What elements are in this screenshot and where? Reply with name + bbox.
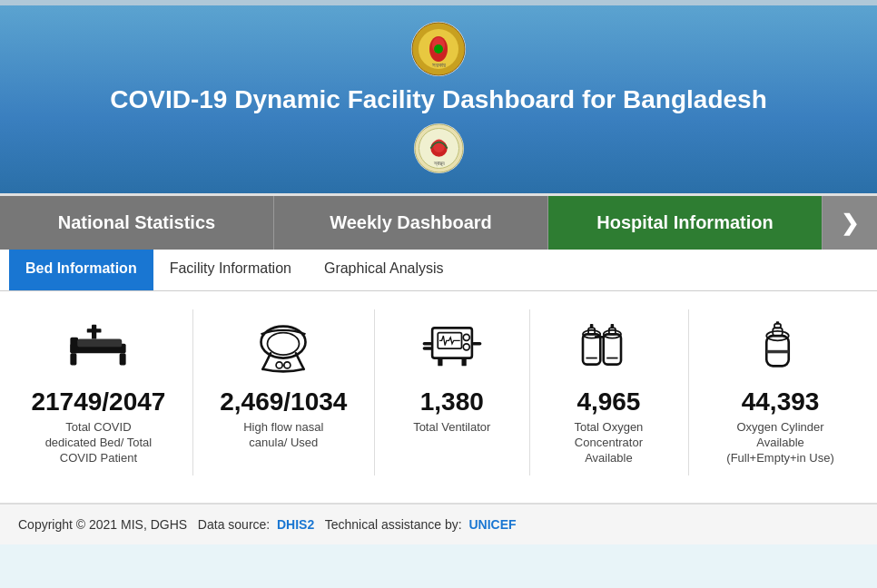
footer: Copyright © 2021 MIS, DGHS Data source: … — [0, 503, 877, 544]
svg-point-24 — [463, 334, 469, 340]
oxygen-cylinder-icon — [749, 318, 813, 382]
svg-rect-38 — [611, 324, 615, 328]
stat-oxygen-cylinder: 44,393 Oxygen Cylinder Available (Full+E… — [711, 309, 850, 475]
svg-point-20 — [276, 362, 282, 368]
footer-tech-label: Technical assistance by: — [325, 517, 462, 532]
tab-hospital[interactable]: Hospital Information — [548, 196, 823, 250]
svg-rect-14 — [71, 338, 79, 354]
stat-nasal: 2,469/1034 High flow nasal canula/ Used — [215, 309, 351, 460]
stat-nasal-label: High flow nasal canula/ Used — [229, 420, 338, 451]
header: সরকার COVID-19 Dynamic Facility Dashboar… — [0, 5, 877, 193]
svg-point-21 — [284, 362, 291, 368]
stat-oxygen-concentrator-label: Total Oxygen Concentrator Available — [566, 420, 651, 466]
svg-rect-29 — [438, 358, 442, 367]
footer-data-source-label: Data source: — [198, 517, 270, 532]
svg-text:স্বাস্থ্য: স্বাস্থ্য — [432, 161, 444, 167]
tab-more[interactable]: ❯ — [823, 196, 877, 250]
nasal-icon — [251, 318, 315, 382]
subtab-graphical[interactable]: Graphical Analysis — [308, 250, 460, 290]
svg-rect-45 — [774, 324, 781, 328]
svg-rect-15 — [78, 339, 123, 348]
svg-rect-46 — [775, 321, 779, 324]
stat-oxygen-cylinder-value: 44,393 — [742, 387, 820, 416]
svg-point-9 — [433, 139, 445, 152]
footer-unicef-link[interactable]: UNICEF — [468, 517, 516, 532]
sub-tabs: Bed Information Facility Information Gra… — [0, 250, 877, 291]
stat-oxygen-concentrator-value: 4,965 — [576, 387, 640, 416]
svg-rect-28 — [472, 342, 482, 346]
footer-dhis2-link[interactable]: DHIS2 — [277, 517, 314, 532]
stat-ventilator-value: 1,380 — [420, 387, 484, 416]
svg-rect-34 — [590, 324, 594, 328]
tab-weekly[interactable]: Weekly Dashboard — [274, 196, 548, 250]
svg-rect-17 — [87, 328, 102, 332]
stat-bed-label: Total COVID dedicated Bed/ Total COVID P… — [41, 420, 156, 466]
stats-area: 21749/2047 Total COVID dedicated Bed/ To… — [0, 291, 877, 503]
stats-grid: 21749/2047 Total COVID dedicated Bed/ To… — [27, 309, 850, 475]
subtab-facility[interactable]: Facility Information — [153, 250, 308, 290]
tab-national[interactable]: National Statistics — [0, 196, 274, 250]
stat-oxygen-cylinder-label: Oxygen Cylinder Available (Full+Empty+in… — [724, 420, 836, 466]
svg-point-19 — [268, 333, 300, 356]
svg-rect-39 — [596, 336, 605, 338]
svg-text:সরকার: সরকার — [432, 62, 446, 68]
footer-copyright: Copyright © 2021 MIS, DGHS — [18, 517, 187, 532]
stat-bed: 21749/2047 Total COVID dedicated Bed/ To… — [27, 309, 170, 475]
header-title: COVID-19 Dynamic Facility Dashboard for … — [18, 85, 859, 114]
svg-point-4 — [434, 44, 443, 54]
stat-ventilator-label: Total Ventilator — [413, 420, 490, 436]
stat-bed-value: 21749/2047 — [31, 387, 165, 416]
bed-icon — [66, 318, 130, 382]
svg-rect-13 — [120, 353, 126, 365]
svg-rect-30 — [461, 358, 466, 367]
oxygen-concentrator-icon — [576, 318, 640, 382]
svg-rect-27 — [422, 347, 432, 350]
subtab-bed[interactable]: Bed Information — [9, 250, 153, 290]
svg-rect-12 — [71, 353, 77, 365]
stat-oxygen-concentrator: 4,965 Total Oxygen Concentrator Availabl… — [552, 309, 665, 475]
emblem-bottom: স্বাস্থ্য — [414, 123, 464, 173]
svg-rect-47 — [766, 350, 789, 354]
nav-tabs: National Statistics Weekly Dashboard Hos… — [0, 193, 877, 250]
emblem-top: সরকার — [411, 22, 466, 76]
stat-ventilator: 1,380 Total Ventilator — [398, 309, 507, 445]
svg-point-25 — [463, 344, 469, 350]
ventilator-icon — [420, 318, 484, 382]
stat-nasal-value: 2,469/1034 — [220, 387, 347, 416]
svg-rect-26 — [422, 342, 432, 346]
